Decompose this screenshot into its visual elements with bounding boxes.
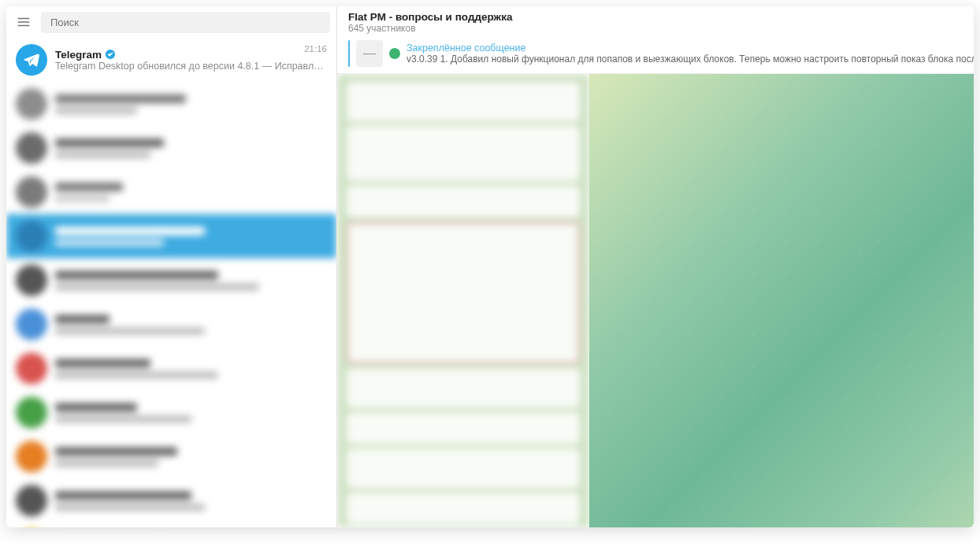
telegram-icon xyxy=(23,51,40,68)
pinned-message-bar[interactable]: — Закреплённое сообщение v3.0.39 1. Доба… xyxy=(337,37,974,74)
chat-time: 21:16 xyxy=(304,44,327,54)
pin-author-badge xyxy=(389,48,400,59)
messages-column-blurred xyxy=(337,74,589,527)
pin-accent xyxy=(348,40,350,67)
chat-name-text: Telegram xyxy=(55,49,102,61)
chat-area: 22 xyxy=(337,74,974,527)
pin-title: Закреплённое сообщение xyxy=(406,43,974,54)
chat-header[interactable]: Flat PM - вопросы и поддержка 645 участн… xyxy=(337,6,974,37)
chat-preview: Telegram Desktop обновился до версии 4.8… xyxy=(55,61,327,72)
verified-icon xyxy=(105,49,116,60)
chat-background: 22 xyxy=(589,74,974,527)
sidebar-header xyxy=(6,6,336,38)
app-window: Telegram Telegram Desktop обновился до в… xyxy=(6,6,974,527)
header-info: Flat PM - вопросы и поддержка 645 участн… xyxy=(348,11,974,34)
menu-button[interactable] xyxy=(13,11,35,33)
pin-text: Закреплённое сообщение v3.0.39 1. Добави… xyxy=(406,43,974,65)
chat-list[interactable]: Telegram Telegram Desktop обновился до в… xyxy=(6,38,336,527)
avatar xyxy=(16,44,47,76)
main-panel: Flat PM - вопросы и поддержка 645 участн… xyxy=(337,6,974,527)
chat-item-telegram[interactable]: Telegram Telegram Desktop обновился до в… xyxy=(6,38,336,82)
pin-body-text: v3.0.39 1. Добавил новый функционал для … xyxy=(406,54,974,65)
blurred-chat-list xyxy=(6,82,336,527)
chat-subtitle: 645 участников xyxy=(348,23,974,34)
chat-body: Telegram Telegram Desktop обновился до в… xyxy=(55,49,327,72)
search-input[interactable] xyxy=(41,12,330,33)
chat-title: Flat PM - вопросы и поддержка xyxy=(348,11,974,23)
sidebar: Telegram Telegram Desktop обновился до в… xyxy=(6,6,337,527)
hamburger-icon xyxy=(17,15,31,29)
pin-thumbnail: — xyxy=(356,40,383,67)
